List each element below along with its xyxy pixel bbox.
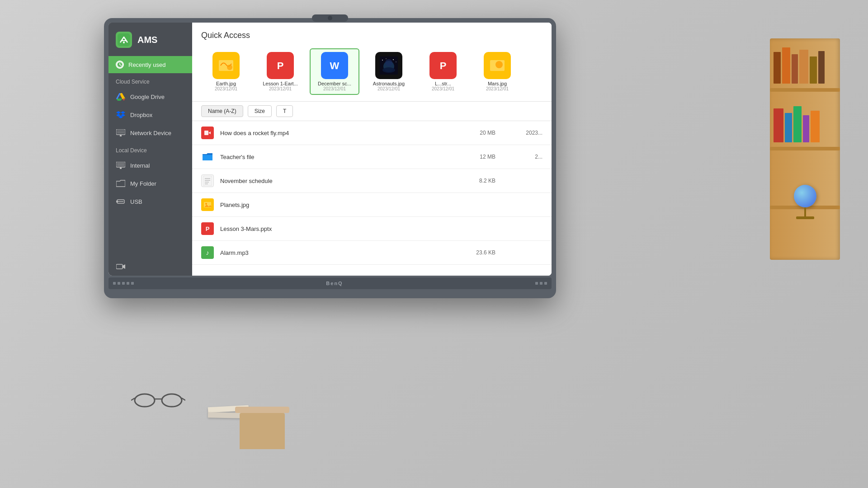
svg-point-40	[382, 67, 395, 73]
sort-time-button[interactable]: T	[276, 105, 293, 117]
book-m1	[774, 108, 783, 142]
svg-point-44	[396, 61, 396, 62]
thumbnail-astronauts[interactable]: Astronauts.jpg 2023/12/01	[364, 48, 414, 95]
bar-dot-3	[122, 282, 125, 285]
folder-file-date: 2...	[502, 154, 542, 160]
shelf-board-2	[770, 147, 840, 150]
svg-point-39	[385, 59, 392, 66]
folder-file-size: 12 MB	[459, 154, 495, 160]
svg-marker-11	[116, 111, 121, 114]
thumbnail-earth[interactable]: Earth.jpg 2023/12/01	[201, 48, 251, 95]
file-row-video[interactable]: How does a rocket fly.mp4 20 MB 2023...	[192, 121, 552, 145]
file-row-image[interactable]: Planets.jpg	[192, 193, 552, 217]
shelf-globe	[794, 185, 816, 219]
internal-icon	[116, 160, 126, 170]
book-m4	[803, 115, 809, 142]
video-file-date: 2023...	[502, 130, 542, 136]
network-device-label: Network Device	[130, 130, 171, 136]
thumbnail-mars[interactable]: Mars.jpg 2023/12/01	[472, 48, 522, 95]
file-thumbnails-section: Earth.jpg 2023/12/01 P Lesson 1-Eart... …	[192, 45, 552, 102]
usb-icon	[116, 197, 126, 206]
book-4	[799, 50, 808, 84]
bottom-bar-right	[535, 282, 547, 285]
book-6	[818, 51, 825, 84]
thumb-date-december: 2023/12/01	[323, 86, 346, 91]
svg-point-1	[123, 42, 125, 43]
sidebar-item-dropbox[interactable]: Dropbox	[108, 106, 192, 124]
svg-point-66	[162, 394, 182, 407]
sidebar-item-my-folder[interactable]: My Folder	[108, 174, 192, 192]
bar-dot-4	[127, 282, 129, 285]
sidebar: AMS Recently used Cloud Service	[108, 23, 192, 276]
app-title: AMS	[137, 35, 157, 45]
thumb-name-lesson-str: L...str...	[422, 81, 464, 86]
svg-rect-0	[118, 33, 130, 46]
thumbnail-lesson-str[interactable]: P L...str... 2023/12/01	[418, 48, 468, 95]
thumb-date-lesson-str: 2023/12/01	[432, 86, 454, 91]
shelf-books-mid	[774, 106, 820, 142]
google-drive-icon	[116, 92, 126, 102]
book-2	[782, 47, 790, 84]
svg-point-42	[386, 58, 387, 59]
file-row-doc[interactable]: November schedule 8.2 KB	[192, 169, 552, 193]
recently-used-item[interactable]: Recently used	[108, 56, 192, 73]
svg-rect-16	[116, 129, 125, 135]
desk-glasses	[131, 389, 185, 413]
shelf-books-top	[774, 47, 825, 84]
my-folder-label: My Folder	[130, 180, 156, 187]
ppt-file-icon: P	[201, 222, 214, 235]
image-file-name: Planets.jpg	[220, 202, 453, 208]
doc-file-size: 8.2 KB	[459, 178, 495, 184]
thumb-date-lesson1: 2023/12/01	[269, 86, 292, 91]
svg-text:P: P	[440, 60, 447, 71]
svg-point-41	[382, 60, 383, 61]
sort-size-button[interactable]: Size	[248, 105, 272, 117]
bar-dot-r2	[540, 282, 542, 285]
folder-file-name: Teacher's file	[220, 154, 453, 160]
usb-label: USB	[130, 198, 142, 205]
sidebar-item-google-drive[interactable]: Google Drive	[108, 88, 192, 106]
thumb-date-mars: 2023/12/01	[486, 86, 509, 91]
book-3	[792, 54, 798, 84]
cloud-service-section-title: Cloud Service	[108, 73, 192, 88]
file-row-folder[interactable]: Teacher's file 12 MB 2...	[192, 145, 552, 169]
file-row-ppt[interactable]: P Lesson 3-Mars.pptx	[192, 217, 552, 241]
sidebar-item-network-device[interactable]: Network Device	[108, 124, 192, 142]
book-5	[810, 56, 817, 84]
bar-dot-5	[131, 282, 134, 285]
svg-marker-29	[123, 264, 125, 269]
thumbnail-december[interactable]: W December sc... 2023/12/01	[310, 48, 359, 95]
svg-point-49	[495, 61, 503, 68]
thumb-name-earth: Earth.jpg	[205, 81, 247, 86]
book-m2	[785, 113, 792, 142]
file-row-audio[interactable]: ♪ Alarm.mp3 23.6 KB	[192, 241, 552, 265]
book-m3	[793, 106, 802, 142]
internal-label: Internal	[130, 162, 150, 169]
svg-marker-12	[121, 111, 125, 114]
svg-point-60	[205, 203, 207, 205]
bar-dot-r3	[544, 282, 547, 285]
thumb-name-mars: Mars.jpg	[476, 81, 519, 86]
astronauts-thumb-icon	[375, 52, 402, 79]
sidebar-item-usb[interactable]: USB	[108, 192, 192, 211]
sort-name-button[interactable]: Name (A-Z)	[201, 105, 243, 117]
thumb-name-december: December sc...	[313, 81, 356, 86]
bar-dot-1	[113, 282, 116, 285]
svg-text:P: P	[277, 60, 284, 71]
audio-file-name: Alarm.mp3	[220, 249, 453, 256]
sidebar-bottom-icon	[108, 258, 192, 276]
thumbnail-lesson1[interactable]: P Lesson 1-Eart... 2023/12/01	[255, 48, 305, 95]
svg-rect-51	[204, 131, 208, 135]
local-device-section-title: Local Device	[108, 142, 192, 156]
shelf-board-1	[770, 88, 840, 92]
earth-thumb-icon	[212, 52, 240, 79]
ams-logo-icon	[116, 32, 132, 48]
thumb-date-earth: 2023/12/01	[215, 86, 237, 91]
svg-point-43	[393, 59, 394, 60]
sidebar-item-internal[interactable]: Internal	[108, 156, 192, 174]
sidebar-header: AMS	[108, 23, 192, 56]
thumb-date-astronauts: 2023/12/01	[377, 86, 400, 91]
quick-access-title: Quick Access	[201, 31, 250, 40]
monitor-frame: AMS Recently used Cloud Service	[104, 18, 556, 298]
bottom-bar-left	[113, 282, 134, 285]
